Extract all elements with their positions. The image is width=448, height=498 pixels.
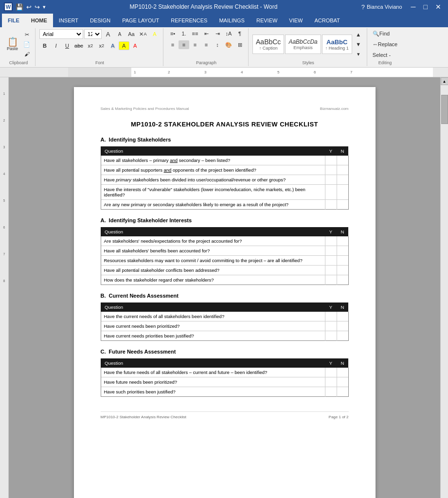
col-n-b: N [337,302,348,312]
question-cell: Have current needs priorities been justi… [101,331,325,341]
underline-btn[interactable]: U [62,41,72,50]
quick-save[interactable]: 💾 [16,3,23,11]
styles-scroll-down[interactable]: ▼ [353,40,364,49]
section-c-heading: C. Future Needs Assessment [101,349,349,355]
question-cell: Are any new primary or secondary stakeho… [101,200,325,210]
title-bar-left: W 💾 ↩ ↪ ▾ [4,2,46,11]
replace-btn[interactable]: ↔ Replace [371,40,399,49]
table-a1: Question Y N Have all stakeholders – pri… [101,146,349,210]
undo-btn[interactable]: ↩ [26,3,32,11]
align-center-btn[interactable]: ≡ [179,40,189,49]
n-cell [337,200,348,210]
n-cell [337,266,348,275]
scroll-up-btn[interactable]: ▲ [441,77,448,85]
borders-btn[interactable]: ⊞ [234,40,245,49]
col-question-b: Question [101,302,325,312]
replace-icon: ↔ [373,41,378,47]
line-spacing-btn[interactable]: ↕ [212,40,223,49]
editing-label: Editing [378,60,392,65]
text-highlight-btn[interactable]: A [119,41,129,50]
superscript-btn[interactable]: x2 [96,41,107,50]
scroll-track[interactable] [441,85,448,498]
style-emphasis[interactable]: AaBbCcDa Emphasis [285,35,321,54]
strikethrough-btn[interactable]: abc [73,41,85,50]
find-btn[interactable]: 🔍 Find [371,29,391,38]
n-cell [337,165,348,175]
tab-design[interactable]: DESIGN [84,14,116,27]
table-row: How does the stakeholder regard other st… [101,275,348,285]
justify-btn[interactable]: ≡ [201,40,212,49]
font-label: Font [95,60,104,65]
close-btn[interactable]: ✕ [432,3,444,11]
tab-review[interactable]: REVIEW [251,14,283,27]
italic-btn[interactable]: I [51,41,61,50]
y-cell [325,266,337,275]
increase-indent-btn[interactable]: ⇥ [212,29,223,38]
show-marks-btn[interactable]: ¶ [234,29,245,38]
table-row: Have the interests of "vulnerable" stake… [101,185,348,200]
tab-references[interactable]: REFERENCES [165,14,213,27]
style-caption[interactable]: AaBbCc ↑ Caption [252,35,284,54]
font-name-select[interactable]: Arial [39,29,83,39]
ribbon-tabs: FILE HOME INSERT DESIGN PAGE LAYOUT REFE… [0,14,448,27]
text-effect-btn[interactable]: A [108,41,118,50]
minimize-btn[interactable]: ─ [408,3,419,11]
redo-btn[interactable]: ↪ [35,3,40,11]
col-question-a2: Question [101,227,325,236]
styles-expand[interactable]: ▾ [353,50,364,58]
right-scrollbar[interactable]: ▲ ▼ [440,77,448,498]
tab-page-layout[interactable]: PAGE LAYOUT [116,14,165,27]
sort-btn[interactable]: ↕A [223,29,234,38]
section-b-heading: B. Current Needs Assessment [101,293,349,299]
font-group: Arial 12 A A Aa ✕A A B I U abc x2 x2 A A [36,28,163,66]
y-cell [325,368,337,377]
bold-btn[interactable]: B [39,41,50,50]
copy-btn[interactable]: 📄 [21,40,32,49]
font-color-btn[interactable]: A [130,41,141,50]
scroll-thumb[interactable] [441,95,448,124]
paragraph-group: ≡• 1. ≡≡ ⇤ ⇥ ↕A ¶ ≡ ≡ ≡ ≡ ↕ 🎨 ⊞ Paragrap… [164,28,249,66]
multilevel-btn[interactable]: ≡≡ [190,29,200,38]
shrink-font-btn[interactable]: A [114,30,125,38]
doc-title: MP1010-2 STAKEHOLDER ANALYSIS REVIEW CHE… [101,121,349,128]
subscript-btn[interactable]: x2 [85,41,96,50]
format-painter-btn[interactable]: 🖌 [21,50,32,58]
tab-file[interactable]: FILE [2,14,25,27]
tab-view[interactable]: VIEW [283,14,308,27]
question-cell: Have all potential supporters and oppone… [101,165,325,175]
table-row: Have primary stakeholders been divided i… [101,175,348,185]
y-cell [325,185,337,200]
grow-font-btn[interactable]: A [103,30,113,38]
tab-home[interactable]: HOME [25,14,53,27]
shading-btn[interactable]: 🎨 [223,40,234,49]
n-cell [337,256,348,266]
tab-mailings[interactable]: MAILINGS [213,14,251,27]
page-area[interactable]: Sales & Marketing Policies and Procedure… [9,77,440,498]
highlight-btn[interactable]: A [149,30,160,38]
paste-icon: 📋 [7,37,18,46]
doc-footer-left: MP1010-2 Stakeholder Analysis Review Che… [101,415,187,419]
decrease-indent-btn[interactable]: ⇤ [201,29,212,38]
col-n-a1: N [337,146,348,156]
tab-insert[interactable]: INSERT [53,14,84,27]
style-heading1[interactable]: AaBbC ↑ Heading 1 [322,35,352,54]
cut-btn[interactable]: ✂ [21,30,32,39]
ruler: 1 2 3 4 5 6 7 [0,68,448,77]
font-size-select[interactable]: 12 [84,29,102,39]
align-right-btn[interactable]: ≡ [190,40,200,49]
select-btn[interactable]: Select - [371,51,392,59]
col-question-c: Question [101,358,325,368]
numbering-btn[interactable]: 1. [179,29,189,38]
n-cell [337,236,348,246]
bullets-btn[interactable]: ≡• [167,29,178,38]
user-help-icon[interactable]: ? [361,3,365,11]
change-case-btn[interactable]: Aa [126,30,137,38]
paste-btn[interactable]: 📋 Paste [5,36,20,52]
clear-format-btn[interactable]: ✕A [138,30,148,38]
ribbon: 📋 Paste ✂ 📄 🖌 Clipboard Arial 12 A A [0,27,448,68]
styles-scroll-up[interactable]: ▲ [353,30,364,39]
section-a2-heading: A. Identifying Stakeholder Interests [101,217,349,223]
tab-acrobat[interactable]: ACROBAT [308,14,345,27]
align-left-btn[interactable]: ≡ [167,40,178,49]
maximize-btn[interactable]: □ [421,3,430,11]
